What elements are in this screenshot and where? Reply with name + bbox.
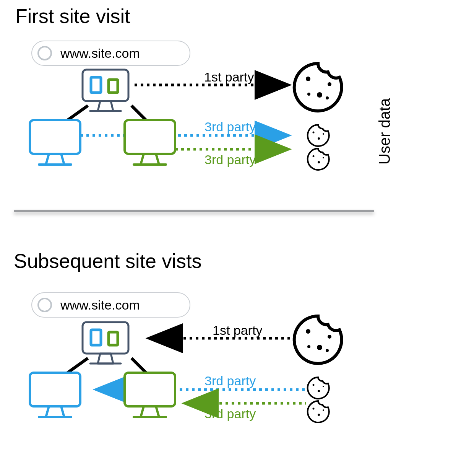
section-divider (14, 210, 374, 212)
cookie-large-2 (294, 316, 342, 364)
svg-point-33 (318, 390, 320, 392)
url-text-subsequent: www.site.com (60, 298, 140, 313)
cookie-large-1 (294, 64, 342, 111)
url-pill-first: www.site.com (31, 41, 190, 66)
svg-point-36 (318, 414, 320, 416)
svg-point-28 (317, 345, 322, 350)
svg-point-11 (307, 93, 310, 96)
label-first-party-2: 1st party (213, 323, 262, 338)
monitor-green-1 (125, 120, 175, 165)
svg-point-10 (328, 82, 331, 86)
svg-rect-22 (109, 332, 118, 345)
connector-left-2 (61, 358, 88, 377)
svg-point-9 (317, 92, 322, 98)
label-third-party-blue-2: 3rd party (205, 373, 256, 388)
monitor-main-2 (83, 322, 128, 364)
svg-point-8 (306, 77, 310, 81)
svg-rect-4 (30, 120, 80, 154)
svg-point-13 (313, 132, 315, 134)
monitor-main-1 (83, 70, 128, 111)
url-text-first: www.site.com (60, 46, 140, 61)
svg-rect-3 (109, 80, 118, 93)
svg-point-12 (326, 96, 329, 99)
svg-point-34 (323, 386, 324, 387)
connector-right-2 (131, 358, 151, 377)
url-indicator-dot (37, 46, 52, 60)
svg-point-17 (318, 161, 320, 163)
cookie-small-green-2 (308, 401, 329, 422)
side-label-user-data: User data (376, 98, 393, 165)
svg-point-27 (306, 329, 310, 334)
url-pill-subsequent: www.site.com (31, 292, 190, 318)
svg-rect-19 (83, 322, 128, 354)
label-third-party-blue-1: 3rd party (205, 119, 256, 134)
svg-rect-2 (91, 77, 101, 93)
connector-right-1 (131, 106, 151, 125)
svg-rect-25 (125, 373, 175, 406)
svg-rect-21 (91, 330, 101, 345)
connector-left-1 (61, 106, 88, 125)
cookie-small-blue-1 (308, 125, 329, 146)
section-title-first-visit: First site visit (15, 5, 130, 28)
svg-point-35 (313, 408, 315, 410)
monitor-blue-2 (30, 373, 80, 417)
section-title-subsequent: Subsequent site vists (14, 249, 201, 272)
svg-point-29 (328, 335, 331, 339)
svg-point-32 (313, 384, 315, 386)
cookie-small-green-1 (308, 148, 329, 170)
svg-point-15 (323, 133, 324, 135)
label-first-party-1: 1st party (204, 70, 254, 85)
svg-rect-23 (30, 373, 80, 406)
svg-point-14 (318, 137, 320, 140)
label-third-party-green-1: 3rd party (205, 152, 256, 167)
svg-rect-6 (125, 120, 175, 154)
url-indicator-dot-2 (37, 298, 52, 312)
label-third-party-green-2: 3rd party (205, 406, 256, 421)
svg-point-31 (326, 349, 329, 352)
monitor-green-2 (125, 373, 175, 417)
svg-point-30 (307, 345, 310, 348)
cookie-small-blue-2 (308, 377, 329, 399)
svg-point-37 (323, 409, 324, 411)
svg-point-18 (323, 157, 324, 158)
svg-rect-0 (83, 70, 128, 101)
monitor-blue-1 (30, 120, 80, 165)
svg-point-16 (313, 155, 315, 157)
